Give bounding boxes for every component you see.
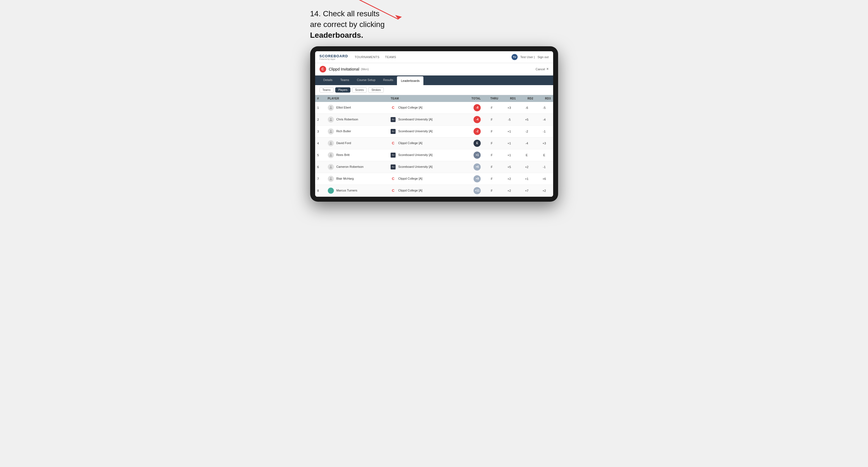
thru-cell: F: [483, 114, 500, 125]
table-row: 3 Rich Butler SU Scoreboard University […: [315, 125, 553, 137]
player-avatar: [328, 128, 334, 134]
rd3-cell: +3: [535, 137, 553, 149]
nav-bar: SCOREBOARD Powered by clippd TOURNAMENTS…: [315, 51, 553, 63]
table-header-row: # PLAYER TEAM TOTAL THRU RD1 RD2 RD3: [315, 95, 553, 102]
rank-cell: 6: [315, 161, 326, 173]
total-cell: +9: [458, 173, 483, 185]
team-name: Clippd College [A]: [398, 188, 422, 192]
nav-tournaments[interactable]: TOURNAMENTS: [354, 54, 379, 60]
table-row: 1 Elliot Ebert C Clippd College [A] -8 F…: [315, 102, 553, 114]
rd1-cell: +1: [500, 149, 518, 161]
rank-cell: 7: [315, 173, 326, 185]
player-avatar: [328, 105, 334, 111]
tab-teams[interactable]: Teams: [336, 75, 353, 85]
rd3-cell: -4: [535, 114, 553, 125]
player-cell: Marcus Turners: [326, 185, 389, 196]
thru-cell: F: [483, 161, 500, 173]
filter-players[interactable]: Players: [335, 87, 350, 93]
sign-out-link[interactable]: Sign out: [537, 55, 549, 59]
team-name: Scoreboard University [A]: [398, 129, 433, 132]
rd3-cell: -5: [535, 102, 553, 114]
tab-results[interactable]: Results: [379, 75, 397, 85]
player-name: Elliot Ebert: [336, 105, 351, 109]
rd1-cell: +1: [500, 137, 518, 149]
tab-course-setup[interactable]: Course Setup: [353, 75, 379, 85]
player-cell: Rees Britt: [326, 149, 389, 161]
rd3-cell: -1: [535, 125, 553, 137]
table-row: 6 Cameron Robertson SU Scoreboard Univer…: [315, 161, 553, 173]
player-cell: Rich Butler: [326, 125, 389, 137]
player-name: Rees Britt: [336, 153, 349, 156]
cancel-button[interactable]: Cancel ✕: [535, 67, 549, 71]
rd1-cell: +2: [500, 185, 518, 196]
table-row: 2 Chris Robertson SU Scoreboard Universi…: [315, 114, 553, 125]
player-name: Cameron Robertson: [336, 165, 364, 168]
rd2-cell: +1: [518, 173, 535, 185]
team-name: Clippd College [A]: [398, 105, 422, 109]
rank-cell: 5: [315, 149, 326, 161]
rank-cell: 1: [315, 102, 326, 114]
user-avatar: TU: [512, 54, 518, 60]
logo-area: SCOREBOARD Powered by clippd: [319, 54, 348, 60]
rd1-cell: -5: [500, 114, 518, 125]
team-name: Clippd College [A]: [398, 177, 422, 180]
table-row: 5 Rees Britt SU Scoreboard University [A…: [315, 149, 553, 161]
team-name: Scoreboard University [A]: [398, 165, 433, 168]
rank-cell: 8: [315, 185, 326, 196]
table-row: 8 Marcus Turners C Clippd College [A] +1…: [315, 185, 553, 196]
player-cell: Blair McHarg: [326, 173, 389, 185]
tournament-gender: (Men): [361, 67, 369, 71]
leaderboard-table: # PLAYER TEAM TOTAL THRU RD1 RD2 RD3 1: [315, 95, 553, 197]
team-cell: C Clippd College [A]: [389, 137, 458, 149]
team-logo: C: [391, 141, 396, 146]
rd2-cell: +2: [518, 161, 535, 173]
player-name: Blair McHarg: [336, 177, 354, 180]
filter-scores[interactable]: Scores: [352, 87, 367, 93]
team-logo: C: [391, 188, 396, 193]
score-badge: -2: [473, 128, 481, 135]
tab-details[interactable]: Details: [319, 75, 337, 85]
filter-strokes[interactable]: Strokes: [368, 87, 384, 93]
svg-point-6: [330, 153, 331, 155]
filter-teams[interactable]: Teams: [319, 87, 334, 93]
rd1-cell: +2: [500, 173, 518, 185]
score-badge: +6: [473, 163, 481, 170]
filter-row: Teams Players Scores Strokes: [315, 85, 553, 95]
col-total: TOTAL: [458, 95, 483, 102]
logo-text: SCOREBOARD: [319, 54, 348, 58]
rd2-cell: -2: [518, 125, 535, 137]
table-row: 4 David Ford C Clippd College [A] E F +1…: [315, 137, 553, 149]
table-row: 7 Blair McHarg C Clippd College [A] +9 F…: [315, 173, 553, 185]
tab-leaderboards[interactable]: Leaderboards: [397, 76, 424, 85]
col-rd3: RD3: [535, 95, 553, 102]
team-logo: SU: [391, 129, 396, 134]
player-name: Marcus Turners: [336, 188, 357, 192]
thru-cell: F: [483, 137, 500, 149]
total-cell: -8: [458, 102, 483, 114]
player-avatar: [328, 188, 334, 194]
col-rd1: RD1: [500, 95, 518, 102]
player-avatar: [328, 117, 334, 123]
rd1-cell: +3: [500, 102, 518, 114]
instruction-line2: are correct by clicking: [310, 20, 385, 29]
svg-point-4: [330, 130, 331, 131]
instruction-line3: Leaderboards.: [310, 31, 363, 39]
col-rank: #: [315, 95, 326, 102]
nav-teams[interactable]: TEAMS: [385, 54, 396, 60]
rd2-cell: -4: [518, 137, 535, 149]
team-name: Scoreboard University [A]: [398, 117, 433, 121]
total-cell: -2: [458, 125, 483, 137]
player-avatar: [328, 176, 334, 182]
score-badge: E: [473, 140, 481, 147]
player-avatar: [328, 152, 334, 158]
team-name: Clippd College [A]: [398, 141, 422, 144]
tournament-name: Clippd Invitational: [329, 67, 360, 71]
nav-links: TOURNAMENTS TEAMS: [354, 54, 511, 60]
total-cell: +11: [458, 185, 483, 196]
thru-cell: F: [483, 173, 500, 185]
thru-cell: F: [483, 185, 500, 196]
player-name: David Ford: [336, 141, 351, 144]
team-cell: SU Scoreboard University [A]: [389, 149, 458, 161]
score-badge: +9: [473, 175, 481, 182]
rd3-cell: E: [535, 149, 553, 161]
